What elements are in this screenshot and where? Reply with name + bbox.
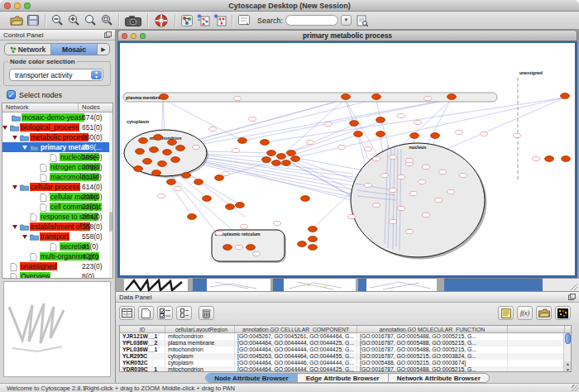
table-cell[interactable]: [GO:0044464, GO:0044444, GO:0044425, G..… — [235, 347, 357, 353]
network-node-selected[interactable] — [150, 147, 159, 153]
network-node[interactable] — [338, 145, 346, 149]
delete-attribute-icon[interactable] — [199, 306, 214, 320]
network-node[interactable] — [398, 206, 405, 210]
network-node[interactable] — [325, 122, 333, 126]
camera-icon[interactable] — [122, 12, 144, 28]
network-node-selected[interactable] — [350, 121, 359, 127]
table-scrollbar[interactable]: ▲▼ — [563, 333, 571, 372]
tree-row[interactable]: macromolecule311(0) — [2, 172, 112, 182]
merge-network-icon[interactable] — [212, 12, 228, 28]
scrollbar-arrows[interactable]: ▲▼ — [564, 361, 572, 372]
table-cell[interactable]: [GO:0005488, GO:0005215, GO:0003674] — [357, 360, 508, 366]
network-node[interactable] — [249, 117, 256, 121]
table-cell[interactable]: YKR052C — [120, 360, 165, 366]
table-column-header[interactable]: annotation.GO MOLECULAR_FUNCTION — [357, 326, 508, 332]
table-cell[interactable]: YJR121W__1 — [120, 333, 165, 340]
network-node[interactable] — [398, 174, 405, 179]
tree-row[interactable]: biological_process651(0) — [2, 122, 112, 132]
scrollbar-thumb[interactable] — [565, 333, 571, 344]
node-color-dropdown[interactable]: transporter activity ▲▼ — [9, 69, 103, 81]
table-cell[interactable] — [508, 366, 565, 372]
network-node-selected[interactable] — [410, 133, 419, 139]
background-window-frame[interactable] — [358, 278, 366, 291]
attribute-checklist-icon[interactable] — [157, 306, 173, 320]
network-node[interactable] — [390, 188, 397, 192]
tab-overflow-arrow[interactable]: ▶ — [98, 44, 109, 55]
network-node-selected[interactable] — [267, 151, 276, 156]
network-node[interactable] — [533, 156, 540, 160]
network-node-selected[interactable] — [246, 245, 256, 251]
network-node-selected[interactable] — [282, 160, 291, 166]
network-node-selected[interactable] — [372, 94, 381, 100]
network-node[interactable] — [423, 165, 430, 169]
create-network-icon[interactable] — [195, 12, 212, 28]
network-node[interactable] — [348, 214, 356, 218]
network-canvas[interactable]: plasma membranecytoplasmmitochondrionnuc… — [120, 43, 575, 275]
select-nodes-checkbox[interactable]: ✓ — [7, 90, 16, 99]
new-attribute-icon[interactable] — [138, 306, 154, 320]
network-node-selected[interactable] — [561, 93, 570, 99]
save-icon[interactable] — [25, 12, 41, 28]
network-node[interactable] — [307, 140, 314, 144]
network-node[interactable] — [158, 194, 165, 198]
table-cell[interactable]: [GO:0016787, GO:0005488, GO:0005215, G..… — [357, 333, 508, 340]
network-node[interactable] — [419, 179, 426, 184]
network-node[interactable] — [424, 96, 432, 100]
table-cell[interactable]: [GO:0016787, GO:0005488, GO:0005215, G..… — [357, 366, 508, 372]
network-node-selected[interactable] — [277, 154, 286, 160]
network-node[interactable] — [223, 171, 230, 175]
network-node[interactable] — [373, 203, 380, 207]
table-cell[interactable]: [GO:0016787, GO:0005215, GO:0003824, G..… — [357, 353, 508, 360]
background-window-frame[interactable] — [193, 278, 207, 291]
tab-edge-attribute-browser[interactable]: Edge Attribute Browser — [298, 374, 389, 382]
network-node-selected[interactable] — [287, 151, 296, 156]
table-column-header[interactable] — [508, 326, 565, 332]
network-node[interactable] — [193, 145, 200, 149]
network-node-selected[interactable] — [215, 175, 224, 181]
network-node-selected[interactable] — [298, 241, 307, 247]
table-cell[interactable]: cytoplasm — [165, 360, 235, 366]
network-node[interactable] — [365, 146, 372, 151]
network-node[interactable] — [481, 131, 488, 136]
tree-row[interactable]: nucleobase-209(0) — [2, 152, 112, 162]
table-cell[interactable]: [GO:0016787, GO:0005488, GO:0005215, G..… — [357, 340, 508, 347]
window-resize-corner[interactable] — [543, 278, 579, 291]
tree-row[interactable]: cell communicat22(0) — [2, 202, 112, 212]
expander-icon[interactable] — [12, 136, 17, 140]
network-node-selected[interactable] — [176, 146, 185, 151]
network-node[interactable] — [390, 219, 397, 223]
table-column-header[interactable]: _cellularLayoutRegion — [165, 326, 235, 332]
background-window-frame[interactable] — [273, 278, 284, 291]
expander-icon[interactable] — [12, 225, 17, 229]
tree-row[interactable]: establishment of lo558(0) — [2, 222, 112, 232]
table-cell[interactable]: [GO:0016787, GO:0005488, GO:0005215, G..… — [357, 347, 508, 353]
network-node[interactable] — [414, 120, 422, 124]
network-node-selected[interactable] — [188, 214, 197, 220]
network-node[interactable] — [216, 231, 223, 235]
network-node-selected[interactable] — [562, 156, 571, 162]
network-node-selected[interactable] — [272, 160, 281, 166]
network-node[interactable] — [406, 229, 414, 233]
import-attributes-icon[interactable] — [536, 306, 552, 320]
function-builder-icon[interactable]: f(x) — [517, 306, 533, 320]
network-edge[interactable] — [163, 174, 192, 216]
float-panel-icon[interactable] — [568, 294, 576, 300]
network-node-selected[interactable] — [167, 179, 176, 185]
tree-scrollbar[interactable] — [109, 112, 112, 279]
table-cell[interactable] — [508, 340, 565, 347]
network-node[interactable] — [253, 251, 261, 256]
background-window-fragment[interactable] — [124, 278, 188, 291]
tab-node-attribute-browser[interactable]: Node Attribute Browser — [206, 374, 298, 382]
network-node-selected[interactable] — [342, 94, 351, 100]
table-row[interactable]: YDR039C__1mitochondrion[GO:0044464, GO:0… — [120, 366, 571, 372]
background-window-fragment[interactable] — [284, 278, 356, 291]
network-node[interactable] — [435, 198, 443, 202]
table-cell[interactable]: YLR295C — [120, 353, 165, 360]
table-cell[interactable]: cytoplasm — [165, 353, 235, 360]
float-panel-icon[interactable] — [104, 31, 112, 38]
network-node-selected[interactable] — [376, 117, 385, 123]
network-node-selected[interactable] — [160, 94, 169, 100]
tree-row[interactable]: Overview8(0) — [2, 271, 112, 279]
region-nucleus[interactable] — [351, 143, 485, 257]
search-dropdown-button[interactable]: ▼ — [341, 15, 352, 26]
